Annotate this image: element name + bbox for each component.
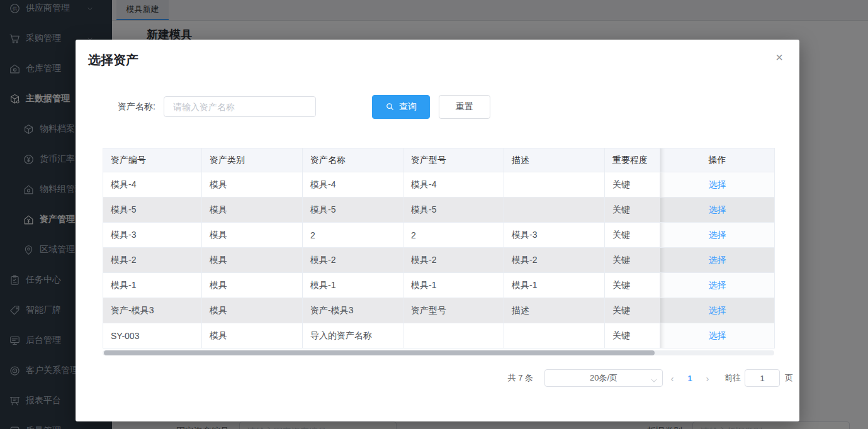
table-cell: 模具-2 — [504, 248, 605, 273]
column-header: 描述 — [504, 148, 605, 172]
table-cell: 2 — [403, 223, 504, 248]
prev-page-icon[interactable]: ‹ — [663, 373, 682, 384]
table-cell: 关键 — [605, 298, 660, 323]
table-cell: 模具-2 — [403, 248, 504, 273]
select-asset-link[interactable]: 选择 — [709, 280, 726, 290]
column-header: 资产编号 — [103, 148, 202, 172]
total-count: 共 7 条 — [508, 372, 533, 384]
table-cell: 模具-1 — [103, 273, 202, 298]
table-cell: 关键 — [605, 323, 660, 348]
column-header: 操作 — [660, 148, 775, 172]
reset-button[interactable]: 重置 — [439, 95, 490, 119]
next-page-icon[interactable]: › — [698, 373, 717, 384]
table-row: SY-003模具导入的资产名称关键选择 — [103, 323, 775, 348]
table-cell: 模具 — [202, 298, 303, 323]
table-cell: SY-003 — [103, 323, 202, 348]
table-cell — [504, 198, 605, 223]
query-button[interactable]: 查询 — [372, 95, 430, 119]
horizontal-scrollbar-thumb[interactable] — [104, 350, 655, 355]
table-cell: 关键 — [605, 273, 660, 298]
column-header: 资产名称 — [303, 148, 403, 172]
pagination: 共 7 条 20条/页 ‹ 1 › 前往 页 — [508, 369, 794, 387]
page-size-select[interactable]: 20条/页 — [544, 369, 663, 387]
action-cell: 选择 — [660, 248, 775, 273]
select-asset-link[interactable]: 选择 — [709, 179, 726, 189]
goto-page-input[interactable] — [745, 369, 780, 387]
column-header: 资产类别 — [202, 148, 303, 172]
action-cell: 选择 — [660, 198, 775, 223]
table-cell: 模具-3 — [103, 223, 202, 248]
table-cell: 模具 — [202, 273, 303, 298]
query-button-label: 查询 — [399, 101, 417, 113]
action-cell: 选择 — [660, 223, 775, 248]
asset-table: 资产编号资产类别资产名称资产型号描述重要程度操作 模具-4模具模具-4模具-4关… — [103, 148, 774, 348]
table-cell: 模具-1 — [504, 273, 605, 298]
table-row: 模具-3模具22模具-3关键选择 — [103, 223, 775, 248]
app-root: 供供应商管理采购管理仓库管理主数据管理物料档案管理货币汇率管理物料组管理资产管理… — [0, 0, 868, 429]
table-cell: 模具 — [202, 198, 303, 223]
table-cell: 关键 — [605, 223, 660, 248]
page-size-value: 20条/页 — [590, 372, 617, 384]
table-cell: 关键 — [605, 198, 660, 223]
chevron-down-icon — [651, 376, 657, 382]
search-icon — [385, 102, 395, 111]
table-cell: 模具-5 — [103, 198, 202, 223]
table-cell: 模具 — [202, 172, 303, 198]
page-number[interactable]: 1 — [682, 374, 698, 383]
select-asset-modal: 选择资产 × 资产名称: 查询 重置 资产编号资产类别资产名称资产型号描述重要程… — [76, 40, 799, 421]
table-row: 模具-1模具模具-1模具-1模具-1关键选择 — [103, 273, 775, 298]
table-row: 模具-4模具模具-4模具-4关键选择 — [103, 172, 775, 198]
table-cell — [504, 323, 605, 348]
table-cell: 资产型号 — [403, 298, 504, 323]
table-cell: 模具 — [202, 248, 303, 273]
table-cell — [403, 323, 504, 348]
action-cell: 选择 — [660, 298, 775, 323]
table-cell: 资产-模具3 — [103, 298, 202, 323]
table-cell: 2 — [303, 223, 403, 248]
table-cell: 模具-5 — [303, 198, 403, 223]
goto-label: 前往 — [724, 372, 741, 384]
table-row: 资产-模具3模具资产-模具3资产型号描述关键选择 — [103, 298, 775, 323]
select-asset-link[interactable]: 选择 — [709, 305, 726, 315]
table-cell: 模具-4 — [303, 172, 403, 198]
table-cell: 模具-2 — [103, 248, 202, 273]
table-row: 模具-2模具模具-2模具-2模具-2关键选择 — [103, 248, 775, 273]
table-cell: 模具-5 — [403, 198, 504, 223]
select-asset-link[interactable]: 选择 — [709, 330, 726, 340]
table-cell: 模具-4 — [403, 172, 504, 198]
close-icon[interactable]: × — [772, 50, 787, 65]
select-asset-link[interactable]: 选择 — [709, 230, 726, 240]
modal-title: 选择资产 — [88, 52, 138, 69]
asset-name-label: 资产名称: — [118, 101, 155, 113]
table-cell: 模具 — [202, 323, 303, 348]
action-cell: 选择 — [660, 323, 775, 348]
table-cell: 模具 — [202, 223, 303, 248]
select-asset-link[interactable]: 选择 — [709, 204, 726, 214]
horizontal-scrollbar-track — [103, 350, 774, 355]
table-cell: 模具-2 — [303, 248, 403, 273]
table-row: 模具-5模具模具-5模具-5关键选择 — [103, 198, 775, 223]
table-cell: 模具-3 — [504, 223, 605, 248]
search-form: 资产名称: 查询 重置 — [118, 94, 490, 119]
table-cell: 关键 — [605, 248, 660, 273]
table-cell: 关键 — [605, 172, 660, 198]
column-header: 资产型号 — [403, 148, 504, 172]
table-cell: 导入的资产名称 — [303, 323, 403, 348]
table-cell: 模具-1 — [303, 273, 403, 298]
action-cell: 选择 — [660, 273, 775, 298]
table-cell: 模具-1 — [403, 273, 504, 298]
table-cell — [504, 172, 605, 198]
asset-name-input[interactable] — [164, 96, 316, 117]
table-cell: 资产-模具3 — [303, 298, 403, 323]
column-header: 重要程度 — [605, 148, 660, 172]
table-header-row: 资产编号资产类别资产名称资产型号描述重要程度操作 — [103, 148, 775, 172]
table-cell: 描述 — [504, 298, 605, 323]
action-cell: 选择 — [660, 172, 775, 198]
select-asset-link[interactable]: 选择 — [709, 255, 726, 265]
page-unit-label: 页 — [785, 372, 793, 384]
table-cell: 模具-4 — [103, 172, 202, 198]
